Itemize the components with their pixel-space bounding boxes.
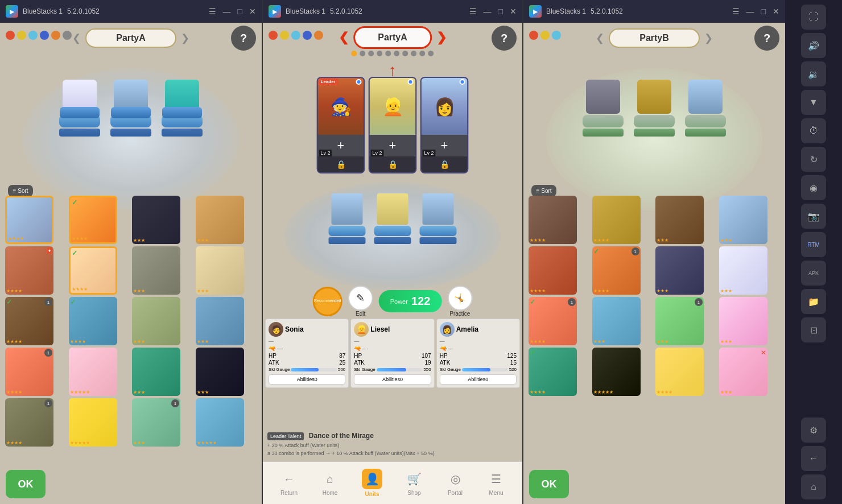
bs-minimize-middle[interactable]: — — [484, 7, 492, 16]
party-prev-left[interactable]: ❮ — [72, 32, 81, 44]
gauge-label-l: Skl Gauge — [354, 367, 375, 372]
slot-card-2[interactable]: 👱 + 🔒 Lv 2 — [369, 77, 417, 173]
rchar-12[interactable]: ★★★ — [719, 297, 767, 345]
howtoplay-btn-right[interactable]: ? — [754, 26, 779, 51]
screenshot-icon[interactable]: 📷 — [801, 204, 826, 229]
rchar-11[interactable]: ★★★ 1 — [655, 297, 704, 345]
rchar-2[interactable]: ★★★★ — [592, 196, 641, 244]
nav-units[interactable]: 👤 Units — [362, 469, 382, 497]
slot-lock-1[interactable]: 🔒 — [318, 156, 364, 172]
settings-icon[interactable]: ⚙ — [801, 418, 826, 443]
slot-card-1[interactable]: Leader 🧙 + 🔒 Lv 2 — [317, 77, 365, 173]
rchar-10[interactable]: ★★★ — [592, 297, 641, 345]
ok-btn-right[interactable]: OK — [529, 470, 569, 498]
char-card-17[interactable]: 1 ★★★★ — [5, 398, 53, 447]
party-prev-right[interactable]: ❮ — [596, 32, 604, 44]
party-next-right[interactable]: ❯ — [704, 32, 713, 44]
element-icons-left — [6, 31, 72, 40]
nav-portal[interactable]: ◎ Portal — [446, 470, 464, 496]
rchar-6[interactable]: ★★★★ 1 ✓ — [592, 246, 641, 295]
char-card-3[interactable]: ★★★ — [132, 196, 180, 244]
edit-icon-middle: ✎ — [348, 286, 373, 311]
rtm-icon[interactable]: RTM — [801, 232, 826, 257]
back-arrow-icon[interactable]: ← — [801, 446, 826, 471]
crop-icon[interactable]: ⊡ — [801, 317, 826, 342]
char-card-15[interactable]: ★★★ — [132, 348, 180, 396]
rchar-7[interactable]: ★★★ — [655, 246, 704, 295]
char-card-5[interactable]: ♦ ★★★★ — [5, 246, 53, 295]
volume-down-icon[interactable]: 🔉 — [801, 61, 826, 86]
slot-lock-3[interactable]: 🔒 — [422, 156, 468, 172]
char-card-2[interactable]: ★★★★ ✓ — [69, 196, 117, 244]
bs-close-left[interactable]: ✕ — [249, 7, 256, 16]
bs-minimize-right[interactable]: — — [746, 7, 754, 16]
bs-maximize-left[interactable]: □ — [238, 7, 242, 16]
edit-label-middle: Edit — [356, 311, 365, 317]
bs-maximize-middle[interactable]: □ — [498, 7, 503, 16]
bs-close-middle[interactable]: ✕ — [510, 7, 517, 16]
bs-menu-right[interactable]: ☰ — [732, 7, 740, 16]
rchar-14[interactable]: ★★★★★ — [592, 348, 641, 396]
char-card-7[interactable]: ★★★ — [132, 246, 180, 295]
recommended-btn-middle[interactable]: Recommended — [313, 287, 342, 316]
nav-units-label: Units — [365, 491, 379, 497]
abilities-btn-sonia[interactable]: Abilities0 — [269, 374, 345, 385]
party-next-left[interactable]: ❯ — [181, 32, 189, 44]
volume-icon[interactable]: 🔊 — [801, 33, 826, 58]
char-card-1[interactable]: ★★★★ — [5, 196, 53, 244]
char-card-12[interactable]: ★★★ — [196, 297, 244, 345]
bs-menu-middle[interactable]: ☰ — [469, 7, 477, 16]
nav-menu[interactable]: ☰ Menu — [487, 470, 505, 496]
char-card-11[interactable]: ★★★ — [132, 297, 180, 345]
expand-icon[interactable]: ⛶ — [801, 5, 826, 30]
char-card-19[interactable]: ★★★ 1 — [132, 398, 180, 447]
nav-home[interactable]: ⌂ Home — [321, 470, 339, 496]
rchar-3[interactable]: ★★★ — [655, 196, 704, 244]
nav-shop[interactable]: 🛒 Shop — [405, 470, 423, 496]
howtoplay-btn-middle[interactable]: ? — [492, 26, 517, 51]
rchar-5[interactable]: ★★★★ — [529, 246, 577, 295]
char-card-8[interactable]: ★★★ — [196, 246, 244, 295]
folder-icon[interactable]: 📁 — [801, 289, 826, 314]
char-card-18[interactable]: ★★★★★ — [69, 398, 117, 447]
timer-icon[interactable]: ⏱ — [801, 118, 826, 143]
char-card-14[interactable]: ★★★★★ — [69, 348, 117, 396]
apk-icon[interactable]: APK — [801, 261, 826, 286]
rchar-1[interactable]: ★★★★ — [529, 196, 577, 244]
arena-char-1-r — [583, 80, 624, 137]
bs-maximize-right[interactable]: □ — [761, 7, 766, 16]
char-img-slot3: 👩 — [422, 78, 468, 135]
char-stat-liesel: 👱 Liesel — 🔫 — HP 107 ATK 19 Skl Gauge — [350, 319, 434, 388]
howtoplay-btn-left[interactable]: ? — [231, 26, 256, 51]
slot-card-3[interactable]: 👩 + 🔒 Lv 2 — [420, 77, 469, 173]
camera-icon[interactable]: ◉ — [801, 175, 826, 200]
home-icon[interactable]: ⌂ — [801, 474, 826, 499]
bs-minimize-left[interactable]: — — [223, 7, 231, 16]
char-card-13[interactable]: ★★★★ 1 — [5, 348, 53, 396]
rotate-icon[interactable]: ↻ — [801, 147, 826, 172]
abilities-btn-amelia[interactable]: Abilities0 — [440, 374, 517, 385]
left-panel: ▶ BlueStacks 1 5.2.0.1052 ☰ — □ ✕ ❮ Part… — [0, 0, 262, 504]
rchar-13[interactable]: ★★★★ ✓ — [529, 348, 577, 396]
char-card-16[interactable]: ★★★ — [196, 348, 244, 396]
ok-btn-left[interactable]: OK — [6, 470, 46, 498]
rchar-9[interactable]: 1 ★★★★ ✓ — [529, 297, 577, 345]
rchar-4[interactable]: ★★★ — [719, 196, 767, 244]
char-card-4[interactable]: ★★★ — [196, 196, 244, 244]
rchar-15[interactable]: ★★★★ — [655, 348, 704, 396]
char-card-6[interactable]: ★★★★ ✓ — [69, 246, 117, 295]
rchar-16[interactable]: ★★★ ✕ — [719, 348, 767, 396]
rchar-8[interactable]: ★★★ — [719, 246, 767, 295]
char-card-10[interactable]: ★★★★ ✓ — [69, 297, 117, 345]
nav-return[interactable]: ← Return — [280, 470, 298, 496]
practice-btn-middle[interactable]: 🤸 Practice — [447, 286, 472, 317]
char-card-20[interactable]: ★★★★★ — [196, 398, 244, 447]
bs-menu-left[interactable]: ☰ — [209, 7, 216, 16]
bs-close-right[interactable]: ✕ — [773, 7, 779, 16]
slot-lock-2[interactable]: 🔒 — [370, 156, 416, 172]
edit-btn-middle[interactable]: ✎ Edit — [348, 286, 373, 317]
arena-char-1-left — [59, 80, 100, 137]
abilities-btn-liesel[interactable]: Abilities0 — [354, 374, 431, 385]
arrow-down-icon[interactable]: ▼ — [801, 90, 826, 115]
char-card-9[interactable]: 1 ★★★★ ✓ — [5, 297, 53, 345]
